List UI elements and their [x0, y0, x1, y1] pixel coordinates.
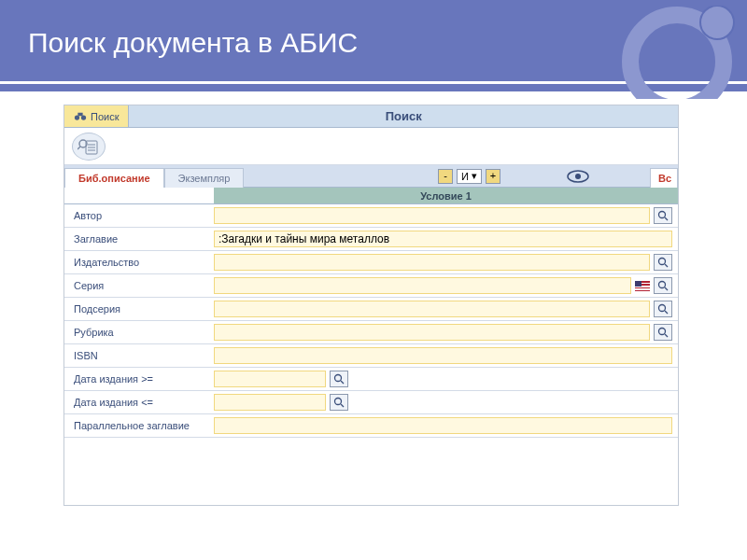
input-publisher[interactable]: [214, 254, 650, 271]
label-title: Заглавие: [64, 233, 214, 245]
svg-point-12: [575, 174, 581, 179]
input-rubric[interactable]: [214, 324, 650, 341]
catalog-search-icon[interactable]: [72, 133, 106, 161]
subtab-bib[interactable]: Биб.описание: [64, 168, 164, 188]
input-series[interactable]: [214, 277, 631, 294]
tab-search-label: Поиск: [91, 111, 119, 122]
lookup-rubric-button[interactable]: [654, 324, 672, 341]
label-rubric: Рубрика: [64, 327, 214, 338]
logic-operator-select[interactable]: И ▾: [457, 169, 482, 184]
window-tab-bar: Поиск Поиск: [64, 105, 678, 128]
lookup-date-to-button[interactable]: [330, 394, 348, 411]
subtab-controls: - И ▾ +: [438, 165, 650, 187]
lookup-date-from-button[interactable]: [330, 371, 348, 387]
input-author[interactable]: [214, 207, 650, 224]
label-isbn: ISBN: [64, 350, 214, 361]
row-subseries: Подсерия: [64, 298, 678, 321]
svg-point-13: [659, 212, 666, 218]
input-isbn[interactable]: [214, 347, 672, 364]
svg-rect-4: [78, 112, 82, 116]
row-date-from: Дата издания >=: [64, 368, 678, 391]
label-publisher: Издательство: [64, 257, 214, 268]
label-parallel-title: Параллельное заглавие: [64, 420, 214, 431]
row-title: Заглавие: [64, 228, 678, 251]
label-series: Серия: [64, 280, 214, 291]
condition-header-label: Условие 1: [214, 188, 678, 203]
preview-icon[interactable]: [564, 169, 592, 184]
svg-line-24: [341, 381, 344, 384]
input-title[interactable]: [214, 231, 672, 247]
subtab-bar: Биб.описание Экземпляр - И ▾ + Вс: [64, 165, 678, 188]
svg-point-19: [659, 305, 666, 312]
svg-line-18: [665, 287, 668, 290]
remove-condition-button[interactable]: -: [438, 169, 453, 184]
add-condition-button[interactable]: +: [486, 169, 500, 184]
label-author: Автор: [64, 210, 214, 221]
decorative-circles: [607, 6, 738, 99]
input-subseries[interactable]: [214, 301, 650, 317]
binoculars-icon: [74, 111, 87, 122]
label-date-from: Дата издания >=: [64, 373, 214, 385]
page-title: Поиск: [129, 105, 678, 127]
flag-icon: [635, 281, 650, 291]
svg-point-1: [700, 6, 734, 39]
lookup-publisher-button[interactable]: [654, 254, 672, 271]
input-date-to[interactable]: [214, 394, 326, 411]
label-date-to: Дата издания <=: [64, 397, 214, 408]
svg-line-26: [341, 404, 344, 407]
row-date-to: Дата издания <=: [64, 391, 678, 414]
row-isbn: ISBN: [64, 344, 678, 368]
svg-point-17: [659, 282, 666, 288]
lookup-series-button[interactable]: [654, 277, 672, 294]
lookup-subseries-button[interactable]: [654, 301, 672, 317]
svg-point-25: [335, 399, 342, 405]
condition-header: Условие 1: [64, 188, 678, 204]
svg-point-15: [659, 259, 666, 265]
input-parallel-title[interactable]: [214, 417, 672, 434]
search-form: Автор Заглавие Издательство Серия: [64, 204, 678, 438]
label-subseries: Подсерия: [64, 303, 214, 315]
tab-search[interactable]: Поиск: [64, 105, 129, 127]
row-parallel-title: Параллельное заглавие: [64, 414, 678, 438]
row-series: Серия: [64, 274, 678, 298]
row-rubric: Рубрика: [64, 321, 678, 344]
toolbar: [64, 128, 678, 165]
row-author: Автор: [64, 204, 678, 228]
svg-line-14: [665, 217, 668, 220]
svg-point-23: [335, 375, 342, 382]
subtab-all[interactable]: Вс: [650, 168, 678, 188]
slide-header: Поиск документа в АБИС: [0, 0, 747, 91]
svg-line-10: [78, 147, 80, 149]
svg-line-16: [665, 264, 668, 267]
input-date-from[interactable]: [214, 371, 326, 387]
app-window: Поиск Поиск Биб.описание Экземпляр - И ▾…: [63, 105, 679, 506]
lookup-author-button[interactable]: [654, 207, 672, 224]
svg-line-20: [665, 311, 668, 314]
svg-point-21: [659, 329, 666, 335]
row-publisher: Издательство: [64, 251, 678, 274]
subtab-exemplar[interactable]: Экземпляр: [164, 168, 245, 188]
svg-line-22: [665, 334, 668, 337]
